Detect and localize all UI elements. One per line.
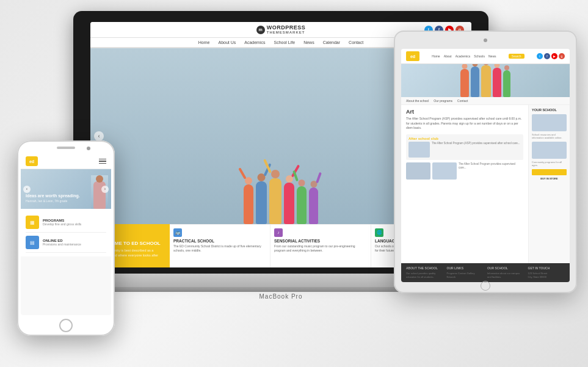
ipad-search-button[interactable]: Search [509, 54, 524, 59]
nav-news[interactable]: News [303, 40, 314, 45]
footer-school-title: OUR SCHOOL [487, 266, 524, 270]
ipad-content-title: Art [406, 109, 523, 115]
sidebar-thumb-1 [532, 114, 567, 131]
hamburger-icon[interactable] [99, 159, 106, 164]
macbook-label: MacBook Pro [259, 293, 302, 300]
macbook-logo-text: WORDPRESS THEMESMARKET [267, 25, 306, 34]
ipad-youtube-icon: ▶ [551, 53, 557, 59]
sidebar-text-1: School resources and information availab… [532, 133, 567, 139]
ipad-topbar: ed Home About Academics Schools News Sea… [401, 49, 570, 64]
ipad-nav-schools[interactable]: Schools [474, 54, 485, 58]
ipad-nav-home[interactable]: Home [432, 54, 440, 58]
ipad-social: t f ▶ g [537, 53, 565, 59]
ipad-device: ed Home About Academics Schools News Sea… [394, 31, 577, 293]
hero-prev-button[interactable]: ‹ [94, 131, 104, 141]
hero-next-btn[interactable]: › [101, 186, 109, 193]
hero-prev-btn[interactable]: ‹ [23, 186, 31, 193]
ipad-body: ed Home About Academics Schools News Sea… [394, 31, 577, 293]
footer-touch-title: GET IN TOUCH [528, 266, 565, 270]
footer-col-links: OUR LINKS Programs Contact Gallery Netwo… [447, 266, 484, 279]
nav-home[interactable]: Home [198, 40, 210, 45]
footer-about-title: ABOUT THE SCHOOL [406, 266, 443, 270]
content-thumb-1 [406, 162, 430, 180]
ipad-facebook-icon: f [544, 53, 550, 59]
ipad-subnav: About the school Our programs Contact [401, 97, 570, 105]
ipad-subnav-about[interactable]: About the school [406, 99, 429, 103]
buy-in-store-button[interactable] [532, 169, 567, 175]
ipad-hero-image [401, 64, 570, 97]
after-school-section: After school club The After School Progr… [406, 134, 523, 160]
content-image-row: The After School Program provides superv… [406, 162, 523, 180]
ipad-sidebar-label: YOUR SCHOOL [532, 108, 567, 112]
iphone-hero-nav: ‹ › [21, 186, 111, 193]
programs-icon: ▦ [26, 216, 39, 229]
feature-practical-title: PRACTICAL SCHOOL [173, 239, 266, 243]
feature-sensorial: ♪ SENSORIAL ACTIVITIES From our outstand… [270, 225, 371, 267]
ipad-screen: ed Home About Academics Schools News Sea… [401, 49, 570, 282]
ipad-subnav-contact[interactable]: Contact [457, 99, 468, 103]
ipad-sidebar: YOUR SCHOOL School resources and informa… [528, 105, 570, 263]
nav-academics[interactable]: Academics [244, 40, 265, 45]
nav-contact[interactable]: Contact [349, 40, 363, 45]
ipad-nav-about[interactable]: About [444, 54, 452, 58]
ipad-content-text: The After School Program (ASP) provides … [406, 117, 523, 131]
ipad-gplus-icon: g [559, 53, 565, 59]
sidebar-text-2: Community programs for all ages. [532, 161, 567, 167]
iphone-logo: ed [26, 156, 38, 166]
iphone-device: ed Ideas are wo [17, 140, 115, 336]
language-icon: 🌐 [375, 228, 383, 237]
ipad-camera [484, 38, 487, 42]
feature-sensorial-text: From our outstanding music program to ou… [274, 244, 367, 253]
feature-sensorial-title: SENSORIAL ACTIVITIES [274, 239, 367, 243]
macbook-logo-m: m [256, 26, 265, 34]
footer-links-title: OUR LINKS [447, 266, 484, 270]
footer-col-about: ABOUT THE SCHOOL Our school provides qua… [406, 266, 443, 279]
iphone-programs-item[interactable]: ▦ PROGRAMS Develop fine and gross skills [26, 213, 106, 233]
ipad-hero [401, 64, 570, 97]
practical-icon: 🚌 [173, 228, 182, 237]
iphone-screen: ed Ideas are wo [21, 154, 111, 315]
iphone-topbar: ed [21, 154, 111, 169]
iphone-content: ▦ PROGRAMS Develop fine and gross skills… [21, 209, 111, 256]
iphone-camera [87, 147, 90, 150]
nav-about[interactable]: About Us [218, 40, 236, 45]
macbook-logo: m WORDPRESS THEMESMARKET [256, 25, 306, 34]
iphone-body: ed Ideas are wo [17, 140, 115, 336]
buy-in-store-label: BUY IN STORE [532, 177, 567, 180]
nav-schoollife[interactable]: School Life [274, 40, 296, 45]
after-school-thumb [408, 142, 430, 158]
iphone-onlineed-item[interactable]: ▤ ONLINE ED Provisions and maintenance [26, 233, 106, 253]
after-school-title: After school club [408, 137, 521, 140]
ipad-logo: ed [406, 51, 419, 61]
ipad-nav: Home About Academics Schools News [432, 54, 496, 58]
ipad-content-area: Art The After School Program (ASP) provi… [401, 105, 528, 263]
iphone-hero-title: Ideas are worth spreading. Hannah, Ian &… [26, 193, 80, 203]
footer-col-touch: GET IN TOUCH 123 School StreetCity, Stat… [528, 266, 565, 279]
content-extra-text: The After School Program provides superv… [459, 162, 523, 180]
iphone-home-button[interactable] [59, 319, 73, 332]
feature-practical: 🚌 PRACTICAL SCHOOL The ED Community Scho… [170, 225, 270, 267]
nav-calendar[interactable]: Calendar [323, 40, 340, 45]
after-school-text: The After School Program (ASP) provides … [432, 142, 520, 158]
content-thumb-2 [432, 162, 457, 180]
sidebar-thumb-2 [532, 142, 567, 159]
footer-school-text: Information about our campus and facilit… [487, 272, 524, 279]
footer-touch-text: 123 School StreetCity, State 00000 [528, 272, 565, 279]
onlineed-icon: ▤ [26, 236, 39, 249]
iphone-speaker [57, 147, 75, 149]
sensorial-icon: ♪ [274, 228, 283, 237]
feature-practical-text: The ED Community School District is made… [173, 244, 266, 253]
footer-links-text: Programs Contact Gallery Network [447, 272, 484, 279]
ipad-twitter-icon: t [537, 53, 543, 59]
footer-about-text: Our school provides quality education fo… [406, 272, 443, 279]
onlineed-text: ONLINE ED Provisions and maintenance [43, 239, 81, 246]
programs-text: PROGRAMS Develop fine and gross skills [43, 219, 81, 226]
ipad-footer: ABOUT THE SCHOOL Our school provides qua… [401, 263, 570, 282]
ipad-nav-news[interactable]: News [488, 54, 496, 58]
ipad-nav-academics[interactable]: Academics [456, 54, 470, 58]
ipad-subnav-programs[interactable]: Our programs [434, 99, 452, 103]
ipad-home-button[interactable] [481, 281, 490, 291]
ipad-main: Art The After School Program (ASP) provi… [401, 105, 570, 263]
iphone-hero: Ideas are worth spreading. Hannah, Ian &… [21, 169, 111, 209]
footer-col-school: OUR SCHOOL Information about our campus … [487, 266, 524, 279]
